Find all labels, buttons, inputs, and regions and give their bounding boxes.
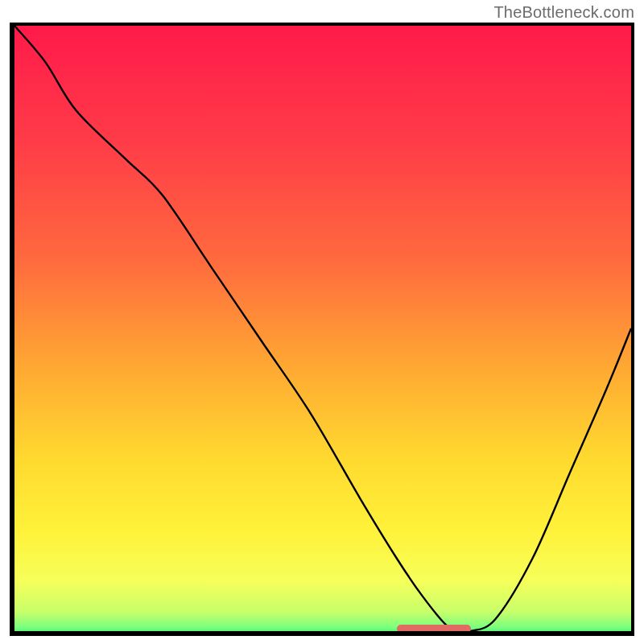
watermark-text: TheBottleneck.com [493, 3, 634, 22]
chart-frame [10, 23, 634, 636]
chart-curve [14, 26, 631, 631]
chart-minimum-marker [397, 625, 471, 633]
chart-plot-area [14, 26, 631, 631]
